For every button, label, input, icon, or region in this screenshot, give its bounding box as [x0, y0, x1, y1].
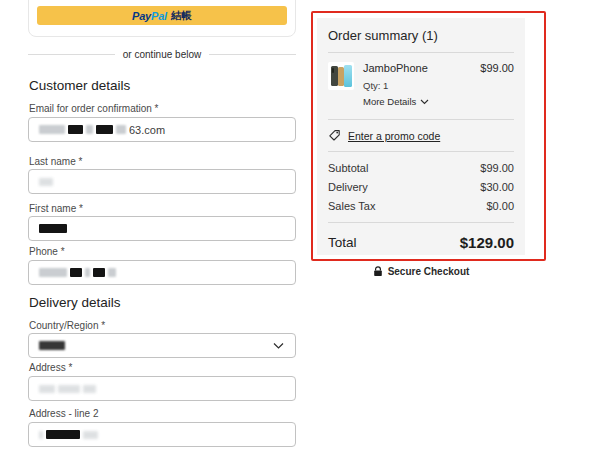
subtotal-row: Subtotal $99.00 [328, 159, 514, 178]
total-label: Total [328, 235, 357, 250]
redacted-text [108, 268, 116, 277]
address2-field[interactable] [28, 422, 296, 447]
paypal-button-label: 結帳 [171, 9, 192, 23]
sales-tax-row: Sales Tax $0.00 [328, 197, 514, 216]
paypal-logo: PayPal [132, 10, 167, 22]
product-price: $99.00 [480, 62, 514, 107]
redacted-text [58, 385, 80, 393]
checkout-page: PayPal 結帳 or continue below Customer det… [0, 0, 600, 456]
country-label: Country/Region * [29, 320, 105, 331]
redacted-text [39, 341, 65, 350]
email-label: Email for order confirmation * [29, 103, 159, 114]
more-details-label: More Details [363, 96, 416, 107]
paypal-card: PayPal 結帳 [28, 0, 296, 37]
first-name-field[interactable] [28, 216, 296, 241]
delivery-value: $30.00 [480, 181, 514, 194]
country-select[interactable] [28, 333, 296, 358]
email-visible-value: 63.com [129, 124, 165, 136]
subtotal-value: $99.00 [480, 162, 514, 175]
redacted-text [83, 431, 98, 439]
address-field[interactable] [28, 376, 296, 401]
divider-text: or continue below [123, 49, 201, 60]
email-field[interactable]: 63.com [28, 117, 296, 142]
chevron-down-icon [420, 99, 429, 105]
phone-label: Phone * [29, 246, 65, 257]
address-label: Address * [29, 362, 72, 373]
redacted-text [39, 125, 65, 134]
redacted-text [70, 268, 82, 277]
order-summary-panel: Order summary (1) JamboPhone Qty: 1 More… [317, 18, 525, 255]
redacted-text [68, 125, 83, 134]
redacted-text [93, 268, 105, 277]
redacted-text [83, 385, 96, 393]
redacted-text [116, 125, 126, 134]
delivery-details-heading: Delivery details [29, 295, 121, 310]
secure-checkout: Secure Checkout [317, 266, 525, 277]
redacted-text [39, 268, 67, 277]
cost-breakdown: Subtotal $99.00 Delivery $30.00 Sales Ta… [328, 152, 514, 216]
redacted-text [39, 224, 67, 233]
delivery-label: Delivery [328, 181, 368, 194]
sales-tax-value: $0.00 [486, 200, 514, 213]
promo-link-label: Enter a promo code [348, 130, 440, 142]
divider [328, 119, 514, 120]
tag-icon [328, 129, 341, 142]
cart-item: JamboPhone Qty: 1 More Details $99.00 [328, 53, 514, 107]
product-name: JamboPhone [363, 62, 429, 75]
product-qty: Qty: 1 [363, 80, 429, 91]
divider-line [28, 54, 115, 55]
total-row: Total $129.00 [328, 223, 514, 251]
product-thumbnail[interactable] [328, 62, 354, 90]
secure-checkout-label: Secure Checkout [388, 266, 470, 277]
paypal-checkout-button[interactable]: PayPal 結帳 [37, 6, 287, 25]
redacted-text [96, 125, 113, 134]
delivery-row: Delivery $30.00 [328, 178, 514, 197]
promo-code-link[interactable]: Enter a promo code [328, 129, 514, 142]
last-name-field[interactable] [28, 169, 296, 194]
first-name-label: First name * [29, 203, 83, 214]
phone-field[interactable] [28, 260, 296, 285]
more-details-toggle[interactable]: More Details [363, 96, 429, 107]
customer-details-heading: Customer details [29, 78, 130, 93]
or-continue-divider: or continue below [28, 49, 296, 60]
total-value: $129.00 [460, 234, 514, 251]
sales-tax-label: Sales Tax [328, 200, 376, 213]
redacted-text [85, 268, 90, 277]
divider-line [209, 54, 296, 55]
redacted-text [39, 178, 53, 186]
phone-image-cyan [344, 65, 352, 87]
phone-image-dark [331, 66, 338, 86]
lock-icon [373, 266, 383, 277]
address2-label: Address - line 2 [29, 408, 98, 419]
subtotal-label: Subtotal [328, 162, 368, 175]
redacted-text [46, 430, 80, 439]
redacted-text [39, 431, 43, 439]
redacted-text [39, 385, 55, 393]
chevron-down-icon [273, 342, 284, 350]
redacted-text [86, 125, 93, 134]
order-summary-title: Order summary (1) [328, 28, 514, 43]
last-name-label: Last name * [29, 156, 82, 167]
